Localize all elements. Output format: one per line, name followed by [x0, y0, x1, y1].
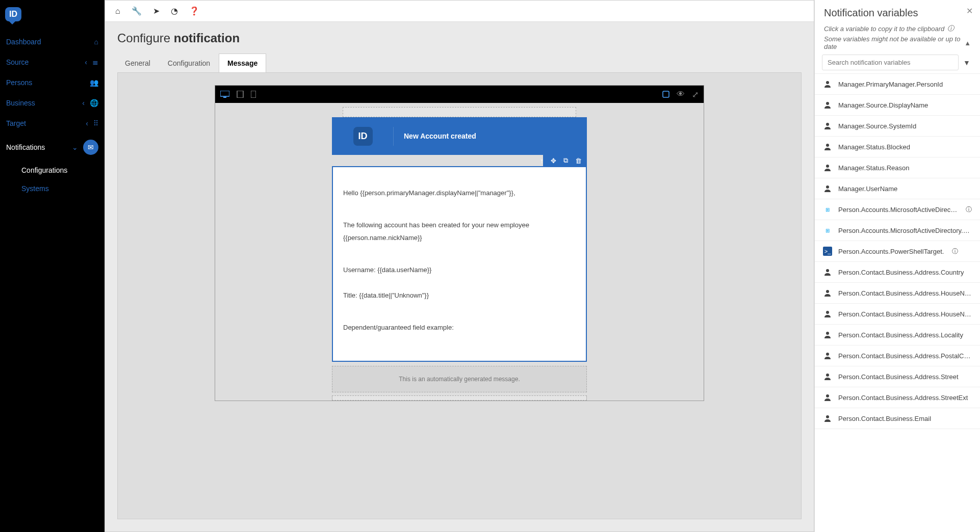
windows-icon: ⊞ — [823, 226, 832, 235]
mobile-view-icon[interactable] — [251, 91, 256, 98]
sidebar-item-business[interactable]: Business ‹ 🌐 — [0, 93, 105, 113]
email-header-block[interactable]: ID New Account created — [332, 117, 587, 155]
variable-item[interactable]: >_Person.Accounts.PowerShellTarget.ⓘ — [815, 241, 980, 262]
variable-item[interactable]: Manager.PrimaryManager.PersonId — [815, 74, 980, 95]
variable-list[interactable]: Manager.PrimaryManager.PersonIdManager.S… — [815, 73, 980, 532]
sidebar-item-dashboard[interactable]: Dashboard ⌂ — [0, 32, 105, 52]
variable-item[interactable]: Person.Contact.Business.Address.Country — [815, 262, 980, 283]
sidebar-item-notifications[interactable]: Notifications ⌄ ✉ — [0, 134, 105, 161]
logo-badge: ID — [5, 7, 21, 21]
move-up-icon[interactable]: ↑ — [540, 157, 544, 165]
page-title-light: Configure — [117, 31, 174, 45]
editor-toolbar: 👁 ⤢ — [215, 86, 704, 103]
sidebar-item-persons[interactable]: Persons 👥 — [0, 72, 105, 93]
copy-icon[interactable]: ⧉ — [563, 156, 568, 165]
variable-label: Person.Contact.Business.Address.PostalCo… — [838, 352, 972, 360]
tab-configuration[interactable]: Configuration — [159, 54, 219, 73]
email-footer-text: This is an automatically generated messa… — [399, 376, 520, 383]
tabs: General Configuration Message — [105, 54, 814, 73]
sidebar-item-label: Source — [6, 58, 85, 66]
page-title-bold: notification — [174, 31, 240, 45]
tablet-view-icon[interactable] — [237, 91, 244, 98]
variable-label: Person.Contact.Business.Email — [838, 415, 931, 422]
variable-item[interactable]: Manager.Source.DisplayName — [815, 95, 980, 116]
warning-icon: ▲ — [964, 39, 971, 47]
sidebar-item-source[interactable]: Source ‹ ≣ — [0, 52, 105, 72]
close-icon[interactable]: ✕ — [966, 6, 973, 16]
empty-bottom-slot[interactable] — [332, 395, 587, 401]
person-icon — [823, 372, 832, 381]
content: 👁 ⤢ ID New Account created ↑ ✥ ⧉ 🗑 — [117, 72, 802, 519]
svg-rect-1 — [223, 97, 226, 98]
help-icon[interactable]: ❓ — [189, 6, 199, 16]
windows-icon: ⊞ — [823, 205, 832, 214]
variable-item[interactable]: Person.Contact.Business.Address.StreetEx… — [815, 387, 980, 408]
move-icon[interactable]: ✥ — [551, 157, 556, 165]
sidebar-subitem-configurations[interactable]: Configurations — [0, 161, 105, 179]
info-icon: ⓘ — [947, 24, 954, 33]
page-title: Configure notification — [117, 31, 802, 45]
wrench-icon[interactable]: 🔧 — [132, 6, 142, 16]
block-actions: ↑ ✥ ⧉ 🗑 — [543, 155, 587, 166]
email-subject: New Account created — [394, 132, 476, 140]
tab-general[interactable]: General — [116, 54, 159, 73]
person-icon — [823, 79, 832, 89]
persons-icon: 👥 — [90, 78, 98, 87]
desktop-view-icon[interactable] — [220, 91, 229, 98]
variable-item[interactable]: Person.Contact.Business.Address.HouseNum… — [815, 283, 980, 304]
send-icon[interactable]: ➤ — [153, 6, 160, 16]
svg-rect-3 — [251, 91, 256, 98]
variable-item[interactable]: Manager.Status.Reason — [815, 157, 980, 178]
filter-icon[interactable]: ▼ — [961, 59, 973, 67]
sidebar-item-target[interactable]: Target ‹ ⠿ — [0, 113, 105, 134]
variable-item[interactable]: Person.Contact.Business.Address.Street — [815, 366, 980, 387]
sliders-icon: ⠿ — [93, 119, 98, 127]
person-icon — [823, 142, 832, 151]
main-area: ⌂ 🔧 ➤ ◔ ❓ Configure notification General… — [105, 0, 814, 532]
hint-text: Some variables might not be available or… — [824, 35, 961, 50]
variable-item[interactable]: ⊞Person.Accounts.MicrosoftActiveDirector… — [815, 220, 980, 241]
tab-message[interactable]: Message — [219, 54, 266, 73]
variable-item[interactable]: Manager.Source.SystemId — [815, 116, 980, 137]
variable-label: Manager.Source.DisplayName — [838, 101, 928, 109]
variable-label: Manager.UserName — [838, 185, 897, 193]
variable-item[interactable]: Person.Contact.Business.Address.HouseNum… — [815, 304, 980, 325]
variable-label: Person.Contact.Business.Address.HouseNum… — [838, 289, 972, 297]
home-icon[interactable]: ⌂ — [115, 7, 120, 16]
sidebar-item-label: Dashboard — [6, 38, 94, 46]
svg-point-7 — [826, 123, 829, 126]
variable-label: Person.Accounts.MicrosoftActiveDirectory… — [838, 227, 972, 234]
app-logo: ID — [0, 5, 105, 32]
info-icon: ⓘ — [952, 247, 958, 256]
chevron-left-icon: ‹ — [85, 58, 87, 66]
variable-item[interactable]: ⊞Person.Accounts.MicrosoftActiveDirector… — [815, 199, 980, 220]
person-icon — [823, 163, 832, 172]
chevron-left-icon: ‹ — [86, 119, 88, 127]
person-icon — [823, 414, 832, 423]
email-footer-block[interactable]: This is an automatically generated messa… — [332, 366, 587, 392]
email-body-text[interactable]: Hello {{person.primaryManager.displayNam… — [333, 167, 586, 361]
piechart-icon[interactable]: ◔ — [171, 6, 178, 16]
sidebar-item-label: Persons — [6, 78, 90, 87]
search-input[interactable] — [822, 55, 959, 70]
variable-item[interactable]: Person.Contact.Business.Email — [815, 408, 980, 429]
variables-panel: Notification variables ✕ Click a variabl… — [814, 0, 980, 532]
expand-icon[interactable]: ⤢ — [692, 90, 699, 99]
sidebar-subitem-systems[interactable]: Systems — [0, 179, 105, 198]
variable-item[interactable]: Person.Contact.Business.Address.PostalCo… — [815, 345, 980, 366]
person-icon — [823, 330, 832, 339]
variable-item[interactable]: Manager.UserName — [815, 178, 980, 199]
svg-point-5 — [826, 81, 829, 84]
email-body-block[interactable]: Hello {{person.primaryManager.displayNam… — [332, 166, 587, 362]
variable-label: Person.Contact.Business.Address.Locality — [838, 331, 963, 339]
delete-icon[interactable]: 🗑 — [575, 157, 582, 165]
svg-point-6 — [826, 102, 829, 105]
variable-item[interactable]: Manager.Status.Blocked — [815, 137, 980, 157]
variable-label: Manager.Source.SystemId — [838, 122, 916, 130]
variable-item[interactable]: Person.Contact.Business.Address.Locality — [815, 325, 980, 345]
empty-top-slot[interactable] — [343, 107, 576, 117]
svg-point-8 — [826, 144, 829, 147]
eye-icon[interactable]: 👁 — [677, 90, 685, 99]
variable-label: Manager.PrimaryManager.PersonId — [838, 81, 943, 88]
bounds-icon[interactable] — [662, 91, 669, 98]
